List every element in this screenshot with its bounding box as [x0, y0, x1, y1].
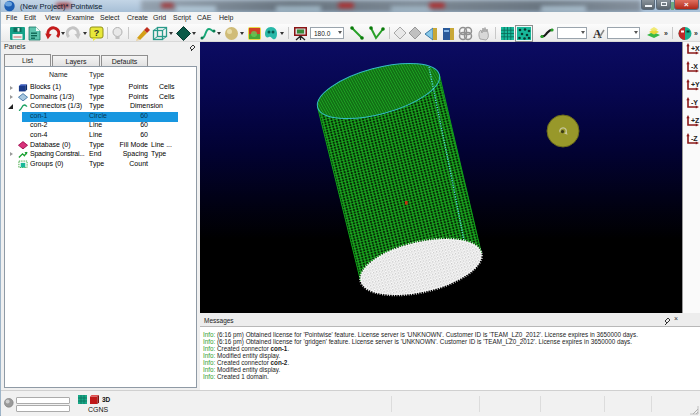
svg-text:+Z: +Z: [691, 117, 700, 124]
svg-text:?: ?: [94, 28, 100, 38]
svg-text:-Z: -Z: [691, 135, 698, 142]
svg-text:-Y: -Y: [691, 99, 698, 106]
svg-text:+Y: +Y: [691, 81, 700, 88]
svg-text:-X: -X: [691, 63, 698, 70]
svg-text:+X: +X: [691, 45, 700, 52]
